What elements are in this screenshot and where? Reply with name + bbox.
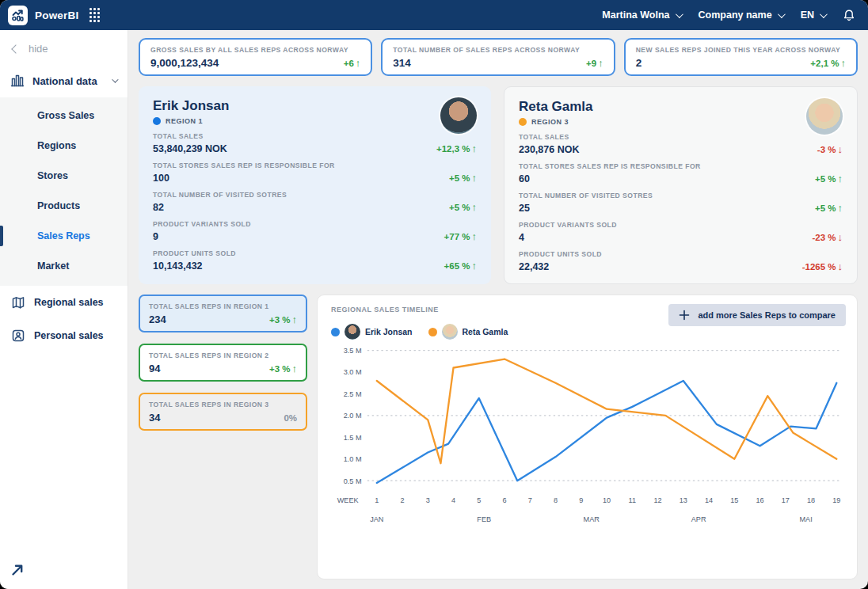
trend-up-icon: ↑ [838, 173, 843, 184]
kpi-card-total-reps: TOTAL NUMBER OF SALES REPS ACROSS NORWAY… [381, 38, 615, 76]
region-dot [153, 117, 161, 125]
top-navbar: PowerBI Martina Wolna Company name EN [0, 0, 868, 30]
svg-text:10: 10 [603, 496, 611, 504]
person-badge-icon [11, 329, 25, 343]
kpi-delta: +9↑ [586, 57, 603, 69]
chevron-left-icon [11, 44, 20, 53]
svg-text:MAI: MAI [800, 515, 813, 523]
company-name: Company name [699, 10, 772, 21]
svg-text:11: 11 [629, 496, 636, 504]
rep-name: Erik Jonsan [153, 98, 477, 114]
trend-up-icon: ↑ [292, 363, 298, 374]
app-window: PowerBI Martina Wolna Company name EN [0, 0, 868, 589]
svg-text:7: 7 [528, 496, 532, 504]
kpi-card-gross-sales: GROSS SALES BY ALL SALES REPS ACROSS NOR… [139, 38, 372, 76]
region-dot [519, 118, 527, 126]
bell-icon[interactable] [843, 9, 855, 22]
svg-text:13: 13 [680, 496, 687, 504]
svg-text:3.0 M: 3.0 M [344, 368, 362, 376]
avatar [440, 97, 477, 134]
sidebar-submenu: Gross Sales Regions Stores Products Sale… [0, 97, 128, 286]
sidebar-section-national-data[interactable]: National data [0, 64, 128, 97]
link-label: Regional sales [34, 297, 104, 308]
chevron-down-icon [820, 10, 828, 18]
stat-visited-stores: TOTAL NUMBER OF VISITED SOTRES 82+5 %↑ [153, 191, 477, 213]
region-total-card-1: TOTAL SALES REPS IN REGION 1 234 +3 %↑ [139, 294, 307, 332]
sidebar-item-stores[interactable]: Stores [0, 161, 128, 191]
apps-grid-icon[interactable] [89, 8, 100, 22]
svg-text:1.5 M: 1.5 M [344, 434, 362, 442]
kpi-value: 2 [636, 57, 642, 69]
main-content: GROSS SALES BY ALL SALES REPS ACROSS NOR… [128, 30, 868, 589]
kpi-label: GROSS SALES BY ALL SALES REPS ACROSS NOR… [150, 46, 360, 54]
add-sales-reps-button[interactable]: add more Sales Reps to compare [668, 304, 846, 326]
region-total-card-2: TOTAL SALES REPS IN REGION 2 94 +3 %↑ [139, 344, 307, 382]
trend-up-icon: ↑ [292, 314, 298, 325]
legend-dot [331, 328, 340, 336]
user-name: Martina Wolna [602, 10, 669, 21]
svg-text:3.5 M: 3.5 M [344, 347, 362, 355]
legend-item-erik[interactable]: Erik Jonsan [331, 324, 413, 340]
sidebar-item-products[interactable]: Products [0, 191, 128, 221]
external-arrow-icon[interactable] [10, 562, 25, 581]
hide-label: hide [29, 43, 48, 55]
kpi-label: TOTAL NUMBER OF SALES REPS ACROSS NORWAY [393, 46, 603, 54]
avatar [442, 324, 458, 340]
stat-product-units: PRODUCT UNITS SOLD 10,143,432+65 %↑ [153, 249, 477, 272]
svg-text:1.0 M: 1.0 M [344, 455, 362, 463]
sidebar-item-sales-reps[interactable]: Sales Reps [0, 221, 128, 251]
kpi-label: NEW SALES REPS JOINED THIS YEAR ACROSS N… [636, 46, 846, 54]
sidebar-item-market[interactable]: Market [0, 251, 128, 281]
rep-region-label: REGION 1 [166, 117, 203, 125]
svg-text:3: 3 [426, 496, 430, 504]
kpi-card-new-reps: NEW SALES REPS JOINED THIS YEAR ACROSS N… [624, 38, 858, 76]
svg-text:17: 17 [782, 496, 790, 504]
stat-total-sales: TOTAL SALES 230,876 NOK-3 %↓ [519, 133, 843, 155]
map-icon [11, 295, 25, 310]
svg-text:9: 9 [579, 496, 583, 504]
legend-dot [428, 328, 437, 336]
sidebar-item-personal-sales[interactable]: Personal sales [0, 319, 128, 352]
stat-total-sales: TOTAL SALES 53,840,239 NOK+12,3 %↑ [153, 132, 477, 154]
powerbi-logo-icon [8, 6, 28, 25]
timeline-chart: 3.5 M3.0 M2.5 M2.0 M1.5 M1.0 M0.5 MWEEK1… [331, 341, 843, 527]
trend-up-icon: ↑ [838, 202, 843, 214]
trend-up-icon: ↑ [472, 201, 478, 213]
trend-up-icon: ↑ [598, 57, 603, 69]
trend-down-icon: ↓ [838, 231, 843, 243]
trend-up-icon: ↑ [472, 230, 478, 242]
kpi-value: 9,000,123,434 [150, 57, 219, 69]
svg-text:19: 19 [832, 496, 840, 504]
user-menu[interactable]: Martina Wolna [602, 10, 680, 21]
svg-text:MAR: MAR [584, 515, 600, 523]
sidebar-item-gross-sales[interactable]: Gross Sales [0, 101, 128, 131]
trend-up-icon: ↑ [472, 172, 478, 184]
rep-name: Reta Gamla [519, 99, 843, 115]
svg-text:2.5 M: 2.5 M [344, 390, 362, 398]
sidebar-item-regions[interactable]: Regions [0, 131, 128, 161]
legend-item-reta[interactable]: Reta Gamla [428, 324, 508, 340]
trend-up-icon: ↑ [472, 260, 478, 272]
svg-text:2.0 M: 2.0 M [344, 412, 362, 420]
language-menu[interactable]: EN [801, 10, 825, 21]
trend-down-icon: ↓ [838, 260, 843, 272]
language-code: EN [801, 10, 814, 21]
stat-total-stores: TOTAL STORES SALES REP IS RESPONSIBLE FO… [519, 162, 843, 184]
regional-sales-timeline-card: REGIONAL SALES TIMELINE add more Sales R… [317, 294, 858, 580]
svg-text:8: 8 [554, 496, 558, 504]
sidebar-hide-button[interactable]: hide [0, 30, 128, 64]
svg-text:6: 6 [502, 496, 506, 504]
svg-text:14: 14 [705, 496, 713, 504]
sidebar: hide National data Gross Sales Regions S… [0, 30, 128, 589]
trend-up-icon: ↑ [840, 57, 846, 69]
chart-legend: Erik Jonsan Reta Gamla [331, 324, 843, 340]
region-totals-column: TOTAL SALES REPS IN REGION 1 234 +3 %↑ T… [139, 294, 307, 580]
svg-text:0.5 M: 0.5 M [344, 477, 362, 485]
stat-visited-stores: TOTAL NUMBER OF VISITED SOTRES 25+5 %↑ [519, 192, 843, 214]
kpi-row: GROSS SALES BY ALL SALES REPS ACROSS NOR… [139, 38, 858, 76]
link-label: Personal sales [34, 330, 104, 341]
svg-text:15: 15 [730, 496, 738, 504]
svg-text:1: 1 [375, 496, 379, 504]
sidebar-item-regional-sales[interactable]: Regional sales [0, 286, 128, 319]
company-menu[interactable]: Company name [699, 10, 783, 21]
